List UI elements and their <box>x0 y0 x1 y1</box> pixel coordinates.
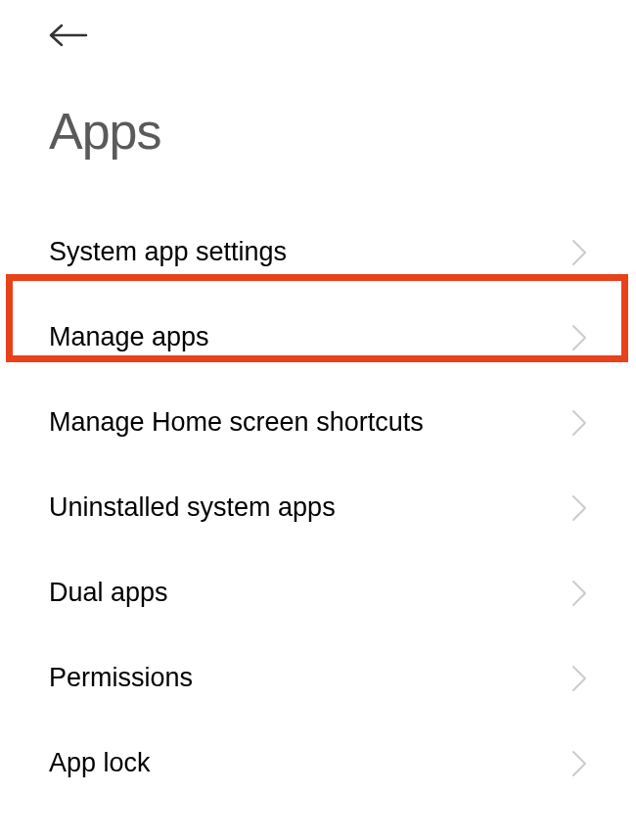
chevron-right-icon <box>571 409 587 437</box>
chevron-right-icon <box>571 750 587 777</box>
list-item-label: Manage Home screen shortcuts <box>49 407 424 438</box>
list-item-manage-home-screen-shortcuts[interactable]: Manage Home screen shortcuts <box>0 380 636 465</box>
back-button[interactable] <box>49 20 88 55</box>
list-item-uninstalled-system-apps[interactable]: Uninstalled system apps <box>0 465 636 550</box>
chevron-right-icon <box>571 494 587 522</box>
list-item-permissions[interactable]: Permissions <box>0 635 636 721</box>
list-item-label: System app settings <box>49 237 287 267</box>
list-item-dual-apps[interactable]: Dual apps <box>0 550 636 635</box>
list-item-system-app-settings[interactable]: System app settings <box>0 210 636 295</box>
chevron-right-icon <box>571 580 587 607</box>
chevron-right-icon <box>571 665 587 692</box>
list-item-label: Manage apps <box>49 322 209 352</box>
page-title: Apps <box>49 102 587 161</box>
header: Apps <box>0 0 636 161</box>
list-item-label: App lock <box>49 748 151 778</box>
settings-list: System app settings Manage apps Manage H… <box>0 210 636 806</box>
chevron-right-icon <box>571 239 587 266</box>
list-item-label: Dual apps <box>49 578 168 608</box>
list-item-manage-apps[interactable]: Manage apps <box>0 295 636 380</box>
arrow-left-icon <box>49 23 88 47</box>
list-item-label: Uninstalled system apps <box>49 492 336 523</box>
list-item-label: Permissions <box>49 663 193 693</box>
chevron-right-icon <box>571 324 587 351</box>
list-item-app-lock[interactable]: App lock <box>0 721 636 806</box>
